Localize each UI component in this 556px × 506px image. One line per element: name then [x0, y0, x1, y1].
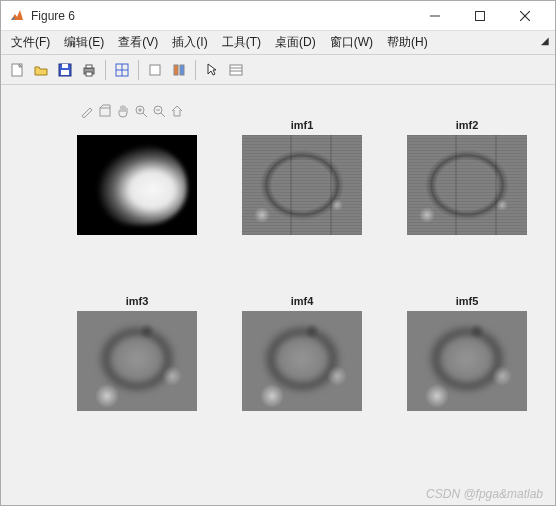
svg-rect-7 — [61, 70, 69, 75]
svg-line-22 — [143, 113, 147, 117]
subplot-1-1 — [77, 119, 197, 235]
new-figure-button[interactable] — [5, 58, 29, 82]
subplot-2-1: imf3 — [77, 295, 197, 411]
titlebar[interactable]: Figure 6 — [1, 1, 555, 31]
watermark: CSDN @fpga&matlab — [426, 487, 543, 501]
toolbar-separator — [138, 60, 139, 80]
subplot-title: imf5 — [456, 295, 479, 309]
menu-insert[interactable]: 插入(I) — [166, 32, 213, 53]
svg-rect-10 — [86, 72, 92, 76]
toolbar — [1, 55, 555, 85]
subplot-image-imf1[interactable] — [242, 135, 362, 235]
subplot-title: imf4 — [291, 295, 314, 309]
svg-rect-9 — [86, 65, 92, 68]
svg-rect-20 — [100, 108, 110, 116]
datacursor-button[interactable] — [110, 58, 134, 82]
rotate-icon[interactable] — [97, 103, 113, 119]
subplot-grid: imf1 imf2 imf3 imf4 imf5 — [77, 119, 527, 411]
subplot-title: imf2 — [456, 119, 479, 133]
menubar: 文件(F) 编辑(E) 查看(V) 插入(I) 工具(T) 桌面(D) 窗口(W… — [1, 31, 555, 55]
svg-rect-16 — [180, 65, 184, 75]
subplot-1-3: imf2 — [407, 119, 527, 235]
menu-window[interactable]: 窗口(W) — [324, 32, 379, 53]
home-icon[interactable] — [169, 103, 185, 119]
subplot-title: imf3 — [126, 295, 149, 309]
linkplot-button[interactable] — [143, 58, 167, 82]
subplot-1-2: imf1 — [242, 119, 362, 235]
brush-icon[interactable] — [79, 103, 95, 119]
close-button[interactable] — [502, 2, 547, 30]
print-button[interactable] — [77, 58, 101, 82]
toolbar-separator — [105, 60, 106, 80]
menu-desktop[interactable]: 桌面(D) — [269, 32, 322, 53]
subplot-image-original[interactable] — [77, 135, 197, 235]
pan-icon[interactable] — [115, 103, 131, 119]
save-button[interactable] — [53, 58, 77, 82]
svg-rect-14 — [150, 65, 160, 75]
property-panel-button[interactable] — [224, 58, 248, 82]
menu-edit[interactable]: 编辑(E) — [58, 32, 110, 53]
figure-canvas: imf1 imf2 imf3 imf4 imf5 CSDN @fpga&matl… — [1, 85, 555, 505]
window-title: Figure 6 — [31, 9, 412, 23]
subplot-image-imf3[interactable] — [77, 311, 197, 411]
svg-rect-15 — [174, 65, 178, 75]
window-controls — [412, 2, 547, 30]
subplot-image-imf4[interactable] — [242, 311, 362, 411]
svg-rect-1 — [475, 11, 484, 20]
matlab-icon — [9, 8, 25, 24]
zoomin-icon[interactable] — [133, 103, 149, 119]
svg-line-26 — [161, 113, 165, 117]
subplot-image-imf5[interactable] — [407, 311, 527, 411]
svg-rect-17 — [230, 65, 242, 75]
maximize-button[interactable] — [457, 2, 502, 30]
open-button[interactable] — [29, 58, 53, 82]
zoomout-icon[interactable] — [151, 103, 167, 119]
subplot-title: imf1 — [291, 119, 314, 133]
axes-toolbar — [79, 103, 185, 119]
svg-rect-6 — [62, 64, 68, 68]
subplot-2-3: imf5 — [407, 295, 527, 411]
menu-file[interactable]: 文件(F) — [5, 32, 56, 53]
subplot-2-2: imf4 — [242, 295, 362, 411]
colorbar-button[interactable] — [167, 58, 191, 82]
menu-view[interactable]: 查看(V) — [112, 32, 164, 53]
menu-help[interactable]: 帮助(H) — [381, 32, 434, 53]
menu-tools[interactable]: 工具(T) — [216, 32, 267, 53]
toolbar-separator — [195, 60, 196, 80]
subplot-image-imf2[interactable] — [407, 135, 527, 235]
menubar-overflow-icon[interactable]: ◢ — [541, 35, 549, 46]
figure-window: Figure 6 文件(F) 编辑(E) 查看(V) 插入(I) 工具(T) 桌… — [0, 0, 556, 506]
minimize-button[interactable] — [412, 2, 457, 30]
pointer-button[interactable] — [200, 58, 224, 82]
